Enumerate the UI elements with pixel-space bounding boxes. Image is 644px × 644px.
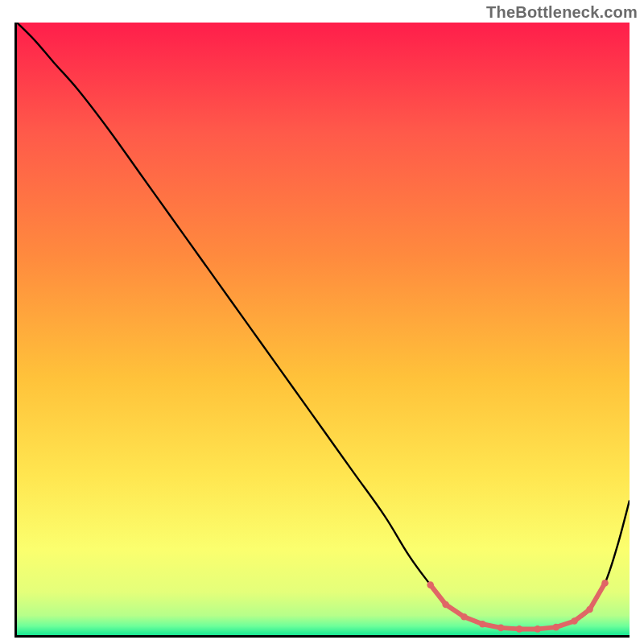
optimal-range-marker bbox=[442, 601, 449, 609]
chart-svg bbox=[17, 23, 630, 635]
optimal-range-marker bbox=[516, 625, 523, 633]
optimal-range-marker bbox=[497, 625, 505, 632]
optimal-range-marker bbox=[535, 625, 542, 633]
chart-canvas: TheBottleneck.com bbox=[0, 0, 644, 644]
watermark-text: TheBottleneck.com bbox=[486, 3, 638, 22]
optimal-range-marker bbox=[586, 606, 593, 613]
optimal-range-marker bbox=[552, 624, 559, 631]
optimal-range-marker bbox=[571, 617, 578, 625]
optimal-range-marker bbox=[601, 580, 609, 587]
optimal-range-marker bbox=[460, 613, 468, 621]
gradient-background bbox=[17, 23, 630, 635]
optimal-range-marker bbox=[427, 581, 434, 588]
plot-area bbox=[14, 23, 630, 638]
optimal-range-marker bbox=[479, 621, 486, 628]
